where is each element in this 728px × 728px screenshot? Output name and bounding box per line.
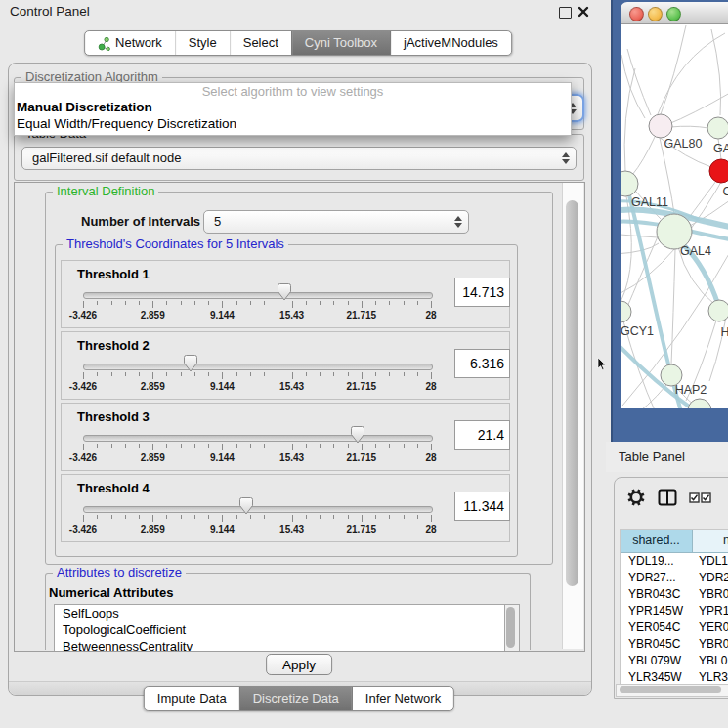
network-node-c[interactable] <box>709 159 728 183</box>
network-canvas[interactable]: GAL80GACGAL11GAL4GCY1HHAP2 <box>621 24 728 408</box>
slider-tick-label: 28 <box>425 524 436 535</box>
slider-tick <box>125 515 126 519</box>
threshold-slider-thumb[interactable] <box>183 354 198 373</box>
list-item-betweennesscentrality[interactable]: BetweennessCentrality <box>55 638 505 651</box>
minimize-traffic-light-icon[interactable] <box>648 7 663 21</box>
network-node-h[interactable] <box>708 300 728 321</box>
checkbox-icon[interactable] <box>701 492 711 503</box>
network-node-gal11[interactable] <box>621 171 638 196</box>
number-of-intervals-combobox[interactable]: 5 <box>203 210 469 234</box>
number-of-intervals-label: Number of Intervals <box>81 214 200 229</box>
slider-tick-label: 21.715 <box>347 381 377 392</box>
cell-shared-name: YBR043C <box>628 586 680 603</box>
gear-icon[interactable] <box>626 488 646 507</box>
slider-tick-label: 9.144 <box>210 452 235 463</box>
slider-tick <box>181 372 182 376</box>
slider-tick <box>166 444 167 448</box>
network-node-ga[interactable] <box>707 117 728 139</box>
slider-tick <box>264 372 265 376</box>
tab-infer-network[interactable]: Infer Network <box>352 687 453 710</box>
slider-tick <box>362 372 363 379</box>
zoom-traffic-light-icon[interactable] <box>666 7 681 21</box>
tab-discretize-data[interactable]: Discretize Data <box>239 687 352 710</box>
threshold-slider-thumb[interactable] <box>277 282 292 302</box>
threshold-value-field[interactable]: 6.316 <box>454 349 510 378</box>
threshold-label: Threshold 2 <box>77 338 150 353</box>
tab-network[interactable]: Network <box>85 31 175 55</box>
network-node-gal80[interactable] <box>649 114 672 138</box>
threshold-slider-track[interactable] <box>83 364 433 370</box>
slider-tick <box>431 515 432 522</box>
threshold-slider-track[interactable] <box>83 506 433 513</box>
threshold-value-field[interactable]: 21.4 <box>454 420 510 450</box>
table-row[interactable]: YBR045CYBR0 <box>621 636 728 653</box>
column-header-na[interactable]: na <box>693 530 728 553</box>
slider-tick <box>194 444 195 448</box>
slider-tick-label: 28 <box>425 452 436 463</box>
table-horizontal-scrollbar-thumb[interactable] <box>620 686 721 693</box>
threshold-value-field[interactable]: 14.713 <box>454 278 510 307</box>
slider-tick-label: 15.43 <box>279 310 304 321</box>
slider-tick <box>125 372 126 376</box>
close-icon[interactable] <box>578 6 589 18</box>
slider-tick <box>181 444 182 448</box>
dropdown-item-manual-discretization[interactable]: Manual Discretization <box>15 99 571 115</box>
dropdown-placeholder-item[interactable]: Select algorithm to view settings <box>15 83 571 99</box>
list-item-selfloops[interactable]: SelfLoops <box>55 605 505 621</box>
threshold-value-field[interactable]: 11.344 <box>454 492 510 521</box>
close-traffic-light-icon[interactable] <box>629 7 644 21</box>
column-header-shared-[interactable]: shared... <box>621 530 693 553</box>
network-window-titlebar[interactable] <box>621 2 728 24</box>
threshold-slider-thumb[interactable] <box>350 425 365 445</box>
checkbox-icon[interactable] <box>689 492 700 503</box>
table-data-combobox[interactable]: galFiltered.sif default node <box>21 147 577 170</box>
slider-tick <box>194 515 195 519</box>
cell-name: YDL1 <box>699 553 728 570</box>
slider-tick <box>83 372 84 379</box>
slider-tick-label: 2.859 <box>141 310 165 321</box>
threshold-slider-thumb[interactable] <box>238 496 254 516</box>
slider-tick <box>278 444 278 448</box>
slider-tick <box>194 301 195 305</box>
apply-button[interactable]: Apply <box>266 654 332 675</box>
tab-cyni-toolbox[interactable]: Cyni Toolbox <box>291 31 390 55</box>
network-graph: GAL80GACGAL11GAL4GCY1HHAP2 <box>621 24 728 408</box>
slider-tick-label: 28 <box>425 310 436 321</box>
algorithm-dropdown-popup: Select algorithm to view settings Manual… <box>14 82 572 136</box>
list-item-topologicalcoefficient[interactable]: TopologicalCoefficient <box>55 621 505 638</box>
float-window-icon[interactable] <box>559 7 572 19</box>
node-label: GA <box>713 142 728 155</box>
table-row[interactable]: YBL079WYBL0 <box>621 653 728 669</box>
slider-tick <box>152 444 153 450</box>
slider-tick <box>417 301 418 305</box>
node-label: C <box>722 185 728 198</box>
vertical-scrollbar-thumb[interactable] <box>566 200 578 586</box>
slider-tick <box>111 515 112 519</box>
network-node-gcy1[interactable] <box>621 301 631 322</box>
slider-tick-label: 9.144 <box>210 310 235 321</box>
dropdown-item-equal-width-frequency-discretization[interactable]: Equal Width/Frequency Discretization <box>15 115 571 132</box>
column-selector-icon[interactable] <box>658 489 677 506</box>
table-row[interactable]: YDL19...YDL1 <box>621 553 728 570</box>
slider-tick <box>306 372 307 376</box>
attributes-list-scrollbar-thumb[interactable] <box>506 607 515 648</box>
tab-select[interactable]: Select <box>230 31 291 55</box>
slider-tick <box>139 372 140 376</box>
tab-impute-data[interactable]: Impute Data <box>145 687 239 710</box>
threshold-slider-track[interactable] <box>83 292 433 299</box>
slider-tick <box>83 444 84 450</box>
network-node[interactable] <box>688 399 711 408</box>
table-row[interactable]: YDR27...YDR2 <box>621 570 728 586</box>
table-row[interactable]: YER054CYER0 <box>621 620 728 636</box>
cell-shared-name: YPR145W <box>628 603 683 620</box>
table-row[interactable]: YPR145WYPR1 <box>621 603 728 620</box>
tab-jactivemnodules[interactable]: jActiveMNodules <box>390 31 511 55</box>
slider-tick <box>320 372 321 376</box>
tab-style[interactable]: Style <box>175 31 230 55</box>
table-row[interactable]: YBR043CYBR0 <box>621 586 728 603</box>
slider-tick <box>320 515 321 519</box>
node-label: H <box>720 325 728 339</box>
slider-tick <box>264 515 265 519</box>
slider-tick-label: 15.43 <box>279 524 304 535</box>
threshold-slider-track[interactable] <box>83 435 433 442</box>
